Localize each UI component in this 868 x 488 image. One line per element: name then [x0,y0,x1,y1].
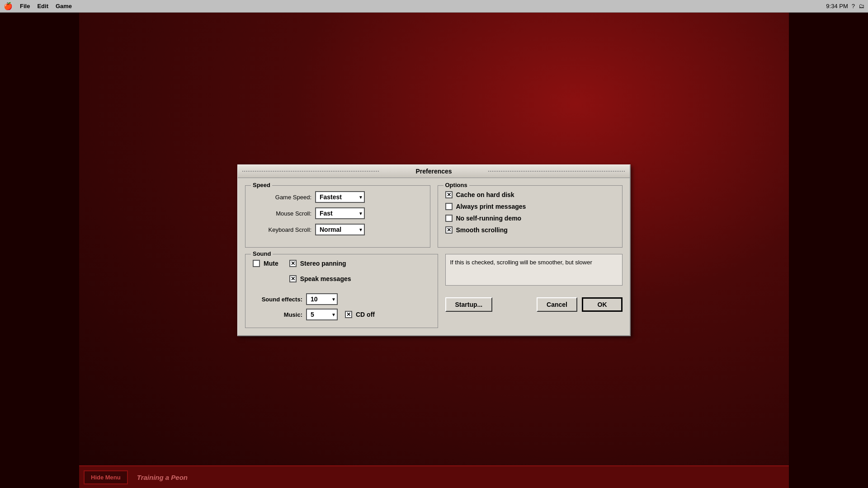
speak-label: Speak messages [300,275,351,282]
top-row: Speed Game Speed: Slowest Slow Normal Fa… [245,185,623,248]
options-group: Options Cache on hard disk Always print … [438,185,623,248]
smooth-option-row[interactable]: Smooth scrolling [445,226,615,234]
dialog-body: Speed Game Speed: Slowest Slow Normal Fa… [238,178,630,335]
game-speed-select[interactable]: Slowest Slow Normal Fast Fastest [315,191,365,203]
music-row: Music: 1234 5678 910 CD off [253,309,430,320]
sound-group: Sound Mute Stereo panning [245,254,438,328]
music-select[interactable]: 1234 5678 910 [306,309,338,320]
print-label: Always print messages [456,203,526,210]
speak-row[interactable]: Speak messages [289,275,351,282]
game-menu[interactable]: Game [56,3,72,9]
mouse-scroll-label: Mouse Scroll: [253,210,311,217]
stereo-label: Stereo panning [300,260,346,267]
cancel-button[interactable]: Cancel [537,297,577,312]
cd-off-checkbox[interactable] [345,311,352,318]
music-label: Music: [253,311,302,318]
help-icon[interactable]: ? [852,3,855,9]
keyboard-scroll-wrapper[interactable]: Off Slow Normal Fast [315,224,365,235]
print-option-row[interactable]: Always print messages [445,203,615,210]
demo-label: No self-running demo [456,215,522,222]
keyboard-scroll-select[interactable]: Off Slow Normal Fast [315,224,365,235]
bottom-row: Sound Mute Stereo panning [245,254,623,328]
dialog-titlebar: Preferences [238,165,630,178]
keyboard-scroll-label: Keyboard Scroll: [253,226,311,233]
cd-off-label: CD off [356,311,375,318]
cache-label: Cache on hard disk [456,191,514,198]
sound-effects-label: Sound effects: [253,296,302,303]
print-checkbox[interactable] [445,203,453,210]
stereo-row[interactable]: Stereo panning [289,260,351,267]
smooth-checkbox[interactable] [445,226,453,234]
speak-checkbox[interactable] [289,275,297,282]
apple-menu[interactable]: 🍎 [4,2,13,10]
app-icon: 🗂 [859,3,864,9]
game-speed-row: Game Speed: Slowest Slow Normal Fast Fas… [253,191,423,203]
sound-effects-wrapper[interactable]: 1234 5678 910 [306,293,338,305]
mouse-scroll-row: Mouse Scroll: Off Slow Normal Fast [253,207,423,219]
right-buttons: Cancel OK [537,297,623,312]
game-speed-label: Game Speed: [253,194,311,201]
buttons-row: Startup... Cancel OK [445,297,623,312]
ok-button[interactable]: OK [582,297,623,312]
preferences-dialog: Preferences Speed Game Speed: Slowest Sl… [237,164,631,336]
info-box: If this is checked, scrolling will be sm… [445,254,623,286]
cache-option-row[interactable]: Cache on hard disk [445,191,615,198]
stereo-checkbox[interactable] [289,260,297,267]
cache-checkbox[interactable] [445,191,453,198]
dialog-overlay: Preferences Speed Game Speed: Slowest Sl… [0,13,868,488]
mouse-scroll-wrapper[interactable]: Off Slow Normal Fast [315,207,365,219]
smooth-label: Smooth scrolling [456,226,508,234]
edit-menu[interactable]: Edit [37,3,48,9]
speed-group: Speed Game Speed: Slowest Slow Normal Fa… [245,185,430,248]
mouse-scroll-select[interactable]: Off Slow Normal Fast [315,207,365,219]
sound-effects-row: Sound effects: 1234 5678 910 [253,293,430,305]
demo-option-row[interactable]: No self-running demo [445,215,615,222]
speed-group-label: Speed [251,182,272,188]
sound-group-label: Sound [251,250,273,257]
game-speed-wrapper[interactable]: Slowest Slow Normal Fast Fastest [315,191,365,203]
mute-label: Mute [264,260,278,267]
mute-row[interactable]: Mute [253,260,278,267]
sound-effects-select[interactable]: 1234 5678 910 [306,293,338,305]
cd-off-row[interactable]: CD off [345,311,375,318]
right-panel: If this is checked, scrolling will be sm… [445,254,623,328]
clock: 9:34 PM [826,3,848,9]
demo-checkbox[interactable] [445,215,453,222]
file-menu[interactable]: File [20,3,30,9]
dialog-title: Preferences [415,168,452,175]
menubar-right: 9:34 PM ? 🗂 [826,3,864,9]
menubar: 🍎 File Edit Game 9:34 PM ? 🗂 [0,0,868,13]
info-text: If this is checked, scrolling will be sm… [450,259,592,266]
keyboard-scroll-row: Keyboard Scroll: Off Slow Normal Fast [253,224,423,235]
music-wrapper[interactable]: 1234 5678 910 [306,309,338,320]
startup-button[interactable]: Startup... [445,297,493,312]
options-group-label: Options [443,182,469,188]
mute-checkbox[interactable] [253,260,260,267]
